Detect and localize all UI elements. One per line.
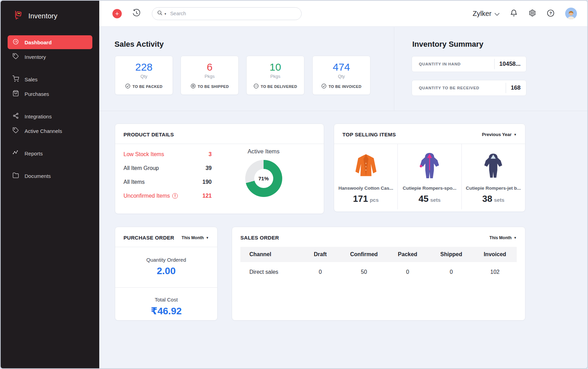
top-selling-period-select[interactable]: Previous Year ▼ — [482, 132, 517, 137]
summary-horizontal-divider — [99, 111, 588, 111]
quantity-ordered-value: 2.00 — [115, 266, 217, 277]
top-selling-items-panel: TOP SELLING ITEMS Previous Year ▼ Hanswo… — [334, 124, 525, 212]
package-circle-icon — [191, 83, 196, 89]
settings-button[interactable] — [528, 9, 536, 18]
all-item-group-link[interactable]: All Item Group — [123, 165, 159, 171]
history-clock-icon — [132, 13, 141, 18]
active-items-percent: 71% — [258, 176, 269, 181]
to-be-invoiced-unit: Qty — [313, 74, 370, 79]
channels-tag-icon — [12, 127, 19, 135]
sidebar-item-label: Active Channels — [25, 128, 62, 134]
active-items-label: Active Items — [248, 148, 280, 155]
top-selling-item-unit: pcs — [370, 197, 379, 203]
all-items-link[interactable]: All Items — [123, 179, 145, 185]
bell-icon — [510, 9, 518, 18]
help-icon: ? — [546, 9, 555, 18]
sidebar-item-label: Sales — [25, 76, 38, 82]
top-selling-period-value: Previous Year — [482, 132, 512, 137]
ellipsis-circle-icon — [254, 83, 259, 89]
summary-vertical-divider — [394, 27, 394, 111]
hand-truck-logo-icon — [12, 10, 24, 22]
sales-order-period-value: This Month — [489, 235, 512, 240]
low-stock-items-value: 3 — [209, 151, 212, 158]
sidebar-item-active-channels[interactable]: Active Channels — [8, 124, 92, 138]
purchase-order-period-select[interactable]: This Month ▼ — [182, 235, 209, 240]
column-header-packed: Packed — [386, 247, 429, 262]
all-items-row: All Items 190 — [123, 175, 212, 189]
to-be-shipped-label: TO BE SHIPPED — [198, 84, 229, 89]
low-stock-items-link[interactable]: Low Stock Items — [123, 151, 164, 158]
card-to-be-shipped[interactable]: 6 Pkgs TO BE SHIPPED — [181, 56, 239, 95]
sidebar-item-documents[interactable]: Documents — [8, 169, 92, 183]
all-item-group-row: All Item Group 39 — [123, 161, 212, 175]
sales-order-header-row: Channel Draft Confirmed Packed Shipped I… — [240, 247, 517, 262]
sidebar-item-inventory[interactable]: Inventory — [8, 50, 92, 64]
documents-folder-icon — [12, 172, 19, 180]
sales-cart-icon — [12, 75, 19, 83]
help-button[interactable]: ? — [546, 9, 555, 18]
org-switcher[interactable]: Zylker — [473, 10, 499, 18]
cell-packed: 0 — [386, 262, 429, 278]
purchases-bag-icon — [12, 90, 19, 98]
info-circle-icon[interactable]: ! — [172, 193, 178, 199]
sidebar-item-label: Documents — [25, 173, 51, 179]
search-icon — [157, 10, 163, 17]
top-selling-item-1: Hanswooly Cotton Cas... 171pcs — [334, 144, 397, 209]
quantity-in-hand-box[interactable]: QUANTITY IN HAND 10458... — [412, 56, 526, 72]
unconfirmed-items-row: Unconfirmed Items ! 121 — [123, 189, 212, 203]
global-search[interactable]: ▼ — [152, 7, 302, 20]
sidebar-item-label: Inventory — [25, 54, 46, 60]
search-scope-caret-icon[interactable]: ▼ — [164, 12, 167, 16]
reports-icon — [12, 150, 19, 157]
user-avatar[interactable] — [565, 8, 577, 19]
card-to-be-packed[interactable]: 228 Qty TO BE PACKED — [115, 56, 173, 95]
app-logo[interactable]: Inventory — [1, 1, 99, 22]
top-selling-item-name: Cutiepie Rompers-jet b... — [462, 186, 525, 191]
top-selling-item-2: Cutiepie Rompers-spo... 45sets — [397, 144, 461, 209]
sidebar-item-dashboard[interactable]: Dashboard — [8, 35, 92, 49]
quick-create-button[interactable]: + — [112, 9, 122, 18]
product-image-orange-cardigan — [334, 149, 397, 183]
sidebar-item-reports[interactable]: Reports — [8, 146, 92, 160]
org-name: Zylker — [473, 10, 491, 18]
sidebar-item-label: Dashboard — [25, 39, 52, 45]
check-circle-icon — [321, 83, 327, 89]
sidebar-nav: Dashboard Inventory Sales — [1, 35, 99, 183]
quantity-to-be-received-value: 168 — [506, 83, 521, 93]
inventory-summary-title: Inventory Summary — [412, 40, 483, 49]
cell-confirmed: 50 — [342, 262, 386, 278]
card-to-be-invoiced[interactable]: 474 Qty TO BE INVOICED — [312, 56, 370, 95]
unconfirmed-items-link[interactable]: Unconfirmed Items — [123, 193, 170, 199]
quantity-to-be-received-box[interactable]: QUANTITY TO BE RECEIVED 168 — [412, 80, 526, 96]
caret-down-icon: ▼ — [514, 133, 517, 136]
card-to-be-delivered[interactable]: 10 Pkgs TO BE DELIVERED — [246, 56, 304, 95]
gear-icon — [528, 9, 536, 18]
quantity-ordered-label: Quantity Ordered — [115, 257, 217, 263]
cell-channel: Direct sales — [240, 262, 298, 278]
sales-order-period-select[interactable]: This Month ▼ — [489, 235, 517, 240]
top-selling-item-name: Hanswooly Cotton Cas... — [334, 186, 397, 191]
table-row-direct-sales: Direct sales 0 50 0 0 102 — [240, 262, 517, 278]
topbar: + ▼ Zylker — [99, 1, 588, 27]
search-input[interactable] — [170, 11, 296, 16]
purchase-order-panel: PURCHASE ORDER This Month ▼ Quantity Ord… — [115, 227, 218, 321]
recent-history-button[interactable] — [132, 9, 141, 18]
all-item-group-value: 39 — [205, 165, 212, 171]
sidebar-item-sales[interactable]: Sales — [8, 72, 92, 86]
sales-order-panel: SALES ORDER This Month ▼ Channel Draft C… — [232, 227, 525, 321]
to-be-packed-label: TO BE PACKED — [132, 84, 163, 89]
sidebar-item-integrations[interactable]: Integrations — [8, 109, 92, 123]
top-selling-item-3: Cutiepie Rompers-jet b... 38sets — [461, 144, 525, 209]
sidebar-item-purchases[interactable]: Purchases — [8, 87, 92, 101]
notifications-button[interactable] — [510, 9, 518, 18]
cell-shipped: 0 — [429, 262, 473, 278]
to-be-packed-value: 228 — [115, 61, 173, 73]
to-be-invoiced-value: 474 — [313, 61, 370, 73]
product-details-title: PRODUCT DETAILS — [123, 132, 174, 137]
caret-down-icon: ▼ — [206, 236, 209, 240]
quantity-in-hand-value: 10458... — [494, 59, 521, 69]
chevron-down-icon — [495, 10, 499, 18]
svg-text:?: ? — [549, 11, 552, 15]
column-header-draft: Draft — [298, 247, 342, 262]
sidebar-item-label: Integrations — [25, 114, 52, 119]
